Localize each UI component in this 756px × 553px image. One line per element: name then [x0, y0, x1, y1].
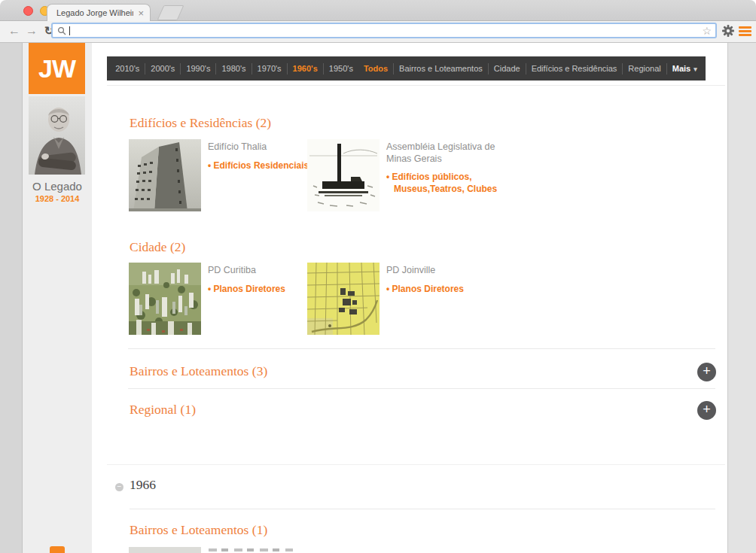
- section-divider: [128, 348, 715, 349]
- item-category-link[interactable]: • Planos Diretores: [386, 284, 499, 296]
- sidebar-years: 1928 - 2014: [23, 194, 92, 203]
- item-category-link[interactable]: • Planos Diretores: [208, 284, 321, 296]
- tab-title: Legado Jorge Wilheim: [56, 8, 133, 17]
- nav-1980s[interactable]: 1980's: [215, 63, 251, 74]
- nav-1950s[interactable]: 1950's: [323, 63, 358, 74]
- main-content: 2010's 2000's 1990's 1980's 1970's 1960'…: [92, 43, 727, 553]
- search-icon: [57, 26, 66, 35]
- jorge-wilheim-portrait-photo: [29, 96, 85, 175]
- result-card-assembleia: Assembléia Legislativa de Minas Gerais •…: [307, 139, 499, 211]
- nav-1970s[interactable]: 1970's: [251, 63, 287, 74]
- thumbnail-pd-joinville-map[interactable]: [307, 263, 380, 335]
- section-title-edificios[interactable]: Edifícios e Residências (2): [130, 115, 271, 131]
- section-title-cidade[interactable]: Cidade (2): [130, 239, 185, 255]
- thumbnail-edificio-thalia[interactable]: [129, 139, 201, 211]
- page-right-gutter: [727, 43, 756, 553]
- site-logo[interactable]: JW: [29, 43, 85, 94]
- year-divider: [107, 464, 725, 465]
- page-left-gutter: [0, 43, 23, 553]
- nav-cidade[interactable]: Cidade: [488, 63, 526, 74]
- bookmark-star-icon[interactable]: ☆: [702, 26, 712, 36]
- section-divider: [128, 388, 715, 389]
- header-divider: [107, 85, 725, 86]
- nav-bairros-e-loteamentos[interactable]: Bairros e Loteamentos: [393, 63, 488, 74]
- section-title-bairros-1[interactable]: Bairros e Loteamentos (1): [130, 522, 267, 538]
- forward-icon[interactable]: →: [23, 23, 40, 39]
- chevron-down-icon: ▾: [694, 65, 697, 73]
- expand-bairros-button[interactable]: +: [697, 363, 716, 381]
- item-title[interactable]: PD Joinville: [386, 265, 499, 277]
- tab-strip: Legado Jorge Wilheim ×: [0, 0, 756, 21]
- thumbnail-pd-curitiba-aerial[interactable]: [129, 263, 201, 335]
- back-icon[interactable]: ←: [6, 23, 23, 39]
- nav-1960s[interactable]: 1960's: [287, 63, 323, 74]
- text-cursor: [69, 26, 70, 35]
- nav-edificios-e-residencias[interactable]: Edifícios e Residências: [526, 63, 623, 74]
- sidebar-caption: O Legado: [23, 180, 92, 193]
- nav-2010s[interactable]: 2010's: [110, 63, 145, 74]
- nav-todos[interactable]: Todos: [358, 63, 393, 74]
- item-title[interactable]: Edifício Thalia: [208, 141, 321, 153]
- section-title-regional[interactable]: Regional (1): [130, 402, 196, 418]
- filter-navbar: 2010's 2000's 1990's 1980's 1970's 1960'…: [107, 56, 706, 81]
- browser-menu-icon[interactable]: [739, 26, 751, 36]
- item-title[interactable]: Assembléia Legislativa de Minas Gerais: [386, 141, 499, 165]
- item-category-link[interactable]: • Edifícios Residenciais: [208, 160, 321, 172]
- gear-icon[interactable]: [721, 24, 735, 38]
- nav-2000s[interactable]: 2000's: [145, 63, 180, 74]
- browser-window: Legado Jorge Wilheim × ← → ↻ ☆: [0, 0, 756, 553]
- address-bar[interactable]: ☆: [51, 23, 717, 38]
- year-heading: 1966: [130, 477, 156, 493]
- item-title[interactable]: PD Curitiba: [208, 265, 321, 277]
- nav-1990s[interactable]: 1990's: [180, 63, 215, 74]
- result-card-pd-joinville: PD Joinville • Planos Diretores: [307, 263, 499, 335]
- close-window-button[interactable]: [23, 6, 33, 16]
- result-card-pd-curitiba: PD Curitiba • Planos Diretores: [129, 263, 321, 335]
- thumbnail-cut-off[interactable]: [129, 547, 201, 553]
- new-tab-button[interactable]: [157, 5, 184, 20]
- item-category-link[interactable]: • Edifícios públicos, Museus,Teatros, Cl…: [386, 172, 499, 195]
- nav-mais-dropdown[interactable]: Mais▾: [666, 63, 703, 74]
- browser-tab[interactable]: Legado Jorge Wilheim ×: [47, 4, 151, 21]
- clipped-item-text: [209, 548, 293, 551]
- section-title-bairros-3[interactable]: Bairros e Loteamentos (3): [130, 363, 267, 379]
- section-divider: [130, 509, 715, 509]
- expand-regional-button[interactable]: +: [697, 401, 716, 420]
- tab-close-icon[interactable]: ×: [138, 8, 144, 18]
- collapse-year-toggle[interactable]: −: [115, 483, 123, 491]
- result-card-edificio-thalia: Edifício Thalia • Edifícios Residenciais: [129, 139, 321, 211]
- thumbnail-assembleia-sketch[interactable]: [307, 139, 380, 211]
- sidebar-bottom-button[interactable]: [50, 546, 65, 553]
- sidebar: JW O Legado 1928 - 2014: [23, 43, 92, 553]
- nav-regional[interactable]: Regional: [622, 63, 666, 74]
